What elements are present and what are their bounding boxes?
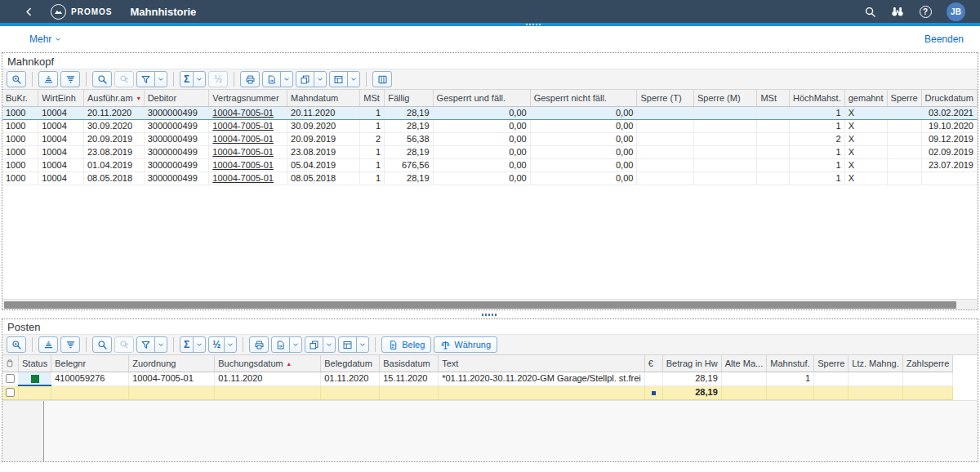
posten-column-header[interactable]: Ltz. Mahng. — [849, 355, 902, 372]
posten-column-header[interactable]: Belegnr — [51, 355, 129, 372]
sum-icon[interactable]: Σ — [180, 72, 193, 87]
avatar[interactable]: JB — [947, 2, 965, 21]
layout-icon[interactable] — [339, 337, 356, 352]
header-resize-grip[interactable] — [526, 24, 542, 25]
mahnkopf-column-header[interactable]: Debitor — [144, 90, 209, 106]
print-button[interactable] — [249, 336, 269, 353]
sort-descending-button[interactable] — [60, 71, 80, 87]
posten-column-header[interactable]: Belegdatum — [321, 355, 380, 372]
mehr-menu-button[interactable]: Mehr — [29, 33, 62, 45]
select-all-header[interactable] — [2, 355, 19, 372]
find-button[interactable] — [92, 71, 112, 87]
mahnkopf-row[interactable]: 10001000408.05.2018300000049910004-7005-… — [2, 171, 978, 185]
filter-icon[interactable] — [137, 72, 154, 87]
sort-descending-button[interactable] — [60, 336, 80, 353]
copy-icon[interactable] — [296, 72, 314, 87]
layout-split-button[interactable] — [338, 336, 369, 353]
export-split-button[interactable] — [271, 336, 302, 353]
row-checkbox[interactable] — [6, 388, 15, 397]
vertragsnummer-link[interactable]: 10004-7005-01 — [212, 147, 274, 157]
mahnkopf-column-header[interactable]: gemahnt — [844, 90, 887, 106]
mahnkopf-column-header[interactable]: WirtEinh — [38, 90, 84, 106]
subtotal-icon[interactable]: ½ — [209, 337, 224, 352]
chevron-down-icon[interactable] — [314, 72, 326, 87]
detail-button[interactable] — [7, 71, 26, 87]
mahnkopf-column-header[interactable]: MSt — [360, 90, 385, 106]
chevron-down-icon[interactable] — [154, 337, 167, 352]
posten-column-header[interactable]: Betrag in Hw — [662, 355, 721, 372]
vertragsnummer-link[interactable]: 10004-7005-01 — [212, 121, 274, 131]
chevron-down-icon[interactable] — [224, 337, 236, 352]
mahnkopf-column-header[interactable]: Sperre (T) — [637, 90, 694, 106]
splitter-grip[interactable] — [482, 314, 497, 316]
posten-column-header[interactable]: Zahlsperre — [902, 355, 953, 372]
chevron-down-icon[interactable] — [347, 72, 359, 87]
posten-column-header[interactable]: Text — [439, 355, 645, 372]
help-icon[interactable]: ? — [919, 5, 932, 18]
vertragsnummer-link[interactable]: 10004-7005-01 — [212, 173, 274, 183]
posten-column-header[interactable]: € — [644, 355, 662, 372]
sum-split-button[interactable]: Σ — [180, 336, 206, 353]
filter-split-button[interactable] — [136, 71, 167, 87]
scrollbar-thumb[interactable] — [4, 301, 956, 309]
chevron-down-icon[interactable] — [289, 337, 301, 352]
copy-icon[interactable] — [305, 337, 323, 352]
chevron-down-icon[interactable] — [193, 337, 205, 352]
chevron-down-icon[interactable] — [193, 72, 205, 87]
posten-column-header[interactable]: Zuordnung — [129, 355, 215, 372]
export-icon[interactable] — [272, 337, 289, 352]
posten-column-header[interactable]: Alte Ma... — [721, 355, 766, 372]
mahnkopf-column-header[interactable]: Ausführ.am▾ — [83, 90, 144, 106]
vertragsnummer-link[interactable]: 10004-7005-01 — [212, 134, 274, 144]
export-split-button[interactable] — [262, 71, 293, 87]
chevron-down-icon[interactable] — [323, 337, 335, 352]
mahnkopf-column-header[interactable]: Fällig — [385, 90, 433, 106]
sum-split-button[interactable]: Σ — [180, 71, 206, 87]
mahnkopf-column-header[interactable]: Druckdatum — [921, 90, 977, 106]
beleg-button[interactable]: Beleg — [381, 336, 431, 353]
copy-view-split-button[interactable] — [296, 71, 327, 87]
search-icon[interactable] — [863, 5, 876, 18]
layout-icon[interactable] — [330, 72, 347, 87]
waehrung-button[interactable]: Währung — [434, 336, 497, 353]
beenden-button[interactable]: Beenden — [924, 33, 964, 45]
subtotal-split-button[interactable]: ½ — [208, 336, 237, 353]
posten-column-header[interactable]: Basisdatum — [380, 355, 439, 372]
mahnkopf-row[interactable]: 10001000420.09.2019300000049910004-7005-… — [2, 132, 978, 145]
posten-column-header[interactable]: Buchungsdatum▴ — [215, 355, 321, 372]
sort-ascending-button[interactable] — [38, 71, 58, 87]
mahnkopf-column-header[interactable]: Gesperrt nicht fäll. — [530, 90, 637, 106]
detail-button[interactable] — [7, 336, 26, 353]
sum-icon[interactable]: Σ — [180, 337, 193, 352]
export-icon[interactable] — [263, 72, 280, 87]
chevron-down-icon[interactable] — [280, 72, 292, 87]
mahnkopf-row[interactable]: 10001000401.04.2019300000049910004-7005-… — [2, 158, 978, 171]
vertragsnummer-link[interactable]: 10004-7005-01 — [212, 160, 274, 170]
chevron-down-icon[interactable] — [154, 72, 167, 87]
mahnkopf-column-header[interactable]: MSt — [757, 90, 790, 106]
mahnkopf-column-header[interactable]: Mahndatum — [287, 90, 360, 106]
mahnkopf-row[interactable]: 10001000430.09.2020300000049910004-7005-… — [2, 119, 978, 132]
posten-row[interactable]: 410005927610004-7005-0101.11.202001.11.2… — [2, 372, 953, 385]
mahnkopf-column-header[interactable]: HöchMahst. — [790, 90, 845, 106]
posten-column-header[interactable]: Sperre — [814, 355, 849, 372]
vertragsnummer-link[interactable]: 10004-7005-01 — [212, 108, 274, 118]
posten-total-row[interactable]: 28,19 — [2, 385, 953, 399]
posten-column-header[interactable]: Mahnstuf. — [767, 355, 814, 372]
find-button[interactable] — [92, 336, 112, 353]
mahnkopf-row[interactable]: 10001000420.11.2020300000049910004-7005-… — [2, 106, 978, 119]
mahnkopf-column-header[interactable]: Sperre (M) — [694, 90, 757, 106]
mahnkopf-column-header[interactable]: Gesperrt und fäll. — [433, 90, 530, 106]
filter-icon[interactable] — [137, 337, 154, 352]
mahnkopf-column-header[interactable]: Sperre — [887, 90, 921, 106]
copy-view-split-button[interactable] — [305, 336, 336, 353]
print-button[interactable] — [240, 71, 260, 87]
back-button[interactable] — [21, 4, 36, 19]
row-checkbox[interactable] — [6, 374, 15, 383]
mahnkopf-column-header[interactable]: Vertragsnummer — [209, 90, 287, 106]
filter-split-button[interactable] — [136, 336, 167, 353]
mahnkopf-row[interactable]: 10001000423.08.2019300000049910004-7005-… — [2, 145, 978, 158]
posten-column-header[interactable]: Status — [19, 355, 51, 372]
sort-ascending-button[interactable] — [38, 336, 58, 353]
table-settings-button[interactable] — [372, 71, 392, 87]
